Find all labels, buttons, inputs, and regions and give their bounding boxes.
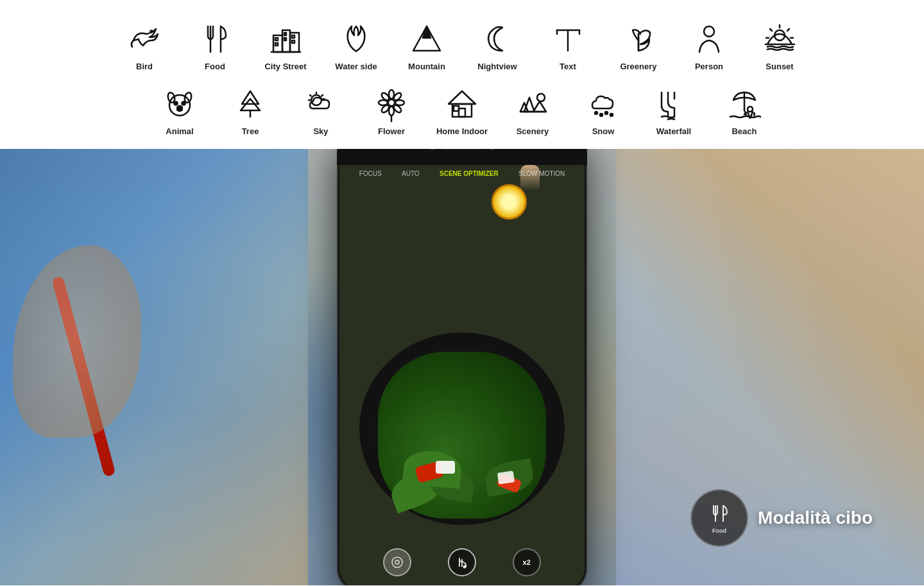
svg-rect-11 (292, 40, 295, 43)
camera-controls: x2 (339, 548, 585, 576)
food-badge-label: Food (712, 528, 726, 534)
food-scene (339, 165, 585, 585)
home-indoor-icon (443, 84, 481, 123)
svg-point-66 (392, 557, 402, 567)
svg-marker-32 (242, 91, 259, 104)
icon-item-flower: Flower (356, 78, 427, 142)
icon-item-beach: Beach (709, 78, 780, 142)
scenery-icon (513, 84, 552, 123)
svg-point-63 (610, 114, 613, 116)
nightview-icon (478, 19, 517, 58)
food-icon-circle: Food (690, 489, 748, 547)
icon-item-scenery: Scenery (497, 78, 568, 142)
icon-item-person: Person (674, 13, 744, 78)
beach-icon (725, 84, 764, 123)
svg-marker-51 (449, 91, 475, 104)
svg-rect-8 (284, 33, 286, 35)
scene-optimizer-mode[interactable]: SCENE OPTIMIZER (440, 170, 499, 177)
animal-label: Animal (166, 126, 193, 136)
svg-point-29 (174, 101, 177, 105)
shutter-button[interactable] (448, 548, 476, 576)
svg-point-61 (600, 114, 603, 116)
snow-icon (584, 84, 622, 123)
flower-label: Flower (378, 126, 405, 136)
camera-viewfinder: FOCUS AUTO SCENE OPTIMIZER SLOW MOTION (339, 165, 585, 585)
icons-section: Bird Food (0, 0, 924, 149)
food-mode-badge: Food Modalità cibo (690, 489, 873, 547)
icon-item-bird: Bird (109, 13, 180, 78)
person-icon (690, 19, 728, 58)
svg-line-37 (321, 95, 323, 96)
svg-point-67 (395, 560, 399, 564)
beach-label: Beach (732, 126, 757, 136)
waterfall-label: Waterfall (656, 126, 691, 136)
svg-rect-9 (284, 38, 286, 40)
snow-label: Snow (592, 126, 615, 136)
food-mode-text: Modalità cibo (758, 508, 873, 528)
slow-motion-mode[interactable]: SLOW MOTION (518, 170, 565, 177)
greenery-label: Greenery (620, 62, 656, 71)
svg-line-21 (787, 29, 789, 31)
scenery-label: Scenery (517, 126, 549, 136)
svg-point-58 (537, 94, 545, 101)
icon-item-greenery: Greenery (603, 13, 674, 78)
icon-item-home-indoor: Home Indoor (427, 78, 497, 142)
hand-shape (13, 245, 141, 438)
icon-item-animal: Animal (144, 78, 215, 142)
svg-line-22 (770, 29, 772, 31)
tree-icon (231, 84, 270, 123)
speaker-grille (443, 149, 481, 150)
city-street-icon (266, 19, 305, 58)
svg-point-41 (388, 99, 395, 106)
front-camera (430, 149, 435, 150)
icon-item-waterfall: Waterfall (638, 78, 709, 142)
svg-line-39 (310, 95, 311, 96)
animal-icon (160, 84, 199, 123)
phone-screen: FOCUS AUTO SCENE OPTIMIZER SLOW MOTION (339, 165, 585, 585)
icon-item-tree: Tree (215, 78, 286, 142)
auto-mode[interactable]: AUTO (402, 170, 420, 177)
food-icon (196, 19, 234, 58)
icon-row-1: Bird Food (109, 13, 815, 78)
svg-rect-54 (454, 106, 459, 111)
icon-item-text: Text (533, 13, 603, 78)
text-label: Text (560, 62, 576, 71)
food-label: Food (205, 62, 225, 71)
icon-item-sky: Sky (286, 78, 356, 142)
water-side-label: Water side (335, 62, 377, 71)
zoom-button[interactable]: x2 (513, 548, 541, 576)
city-street-label: City Street (264, 62, 306, 71)
icon-item-sunset: Sunset (744, 13, 815, 78)
icon-item-city-street: City Street (250, 13, 321, 78)
svg-point-18 (704, 26, 714, 37)
photo-section: FOCUS AUTO SCENE OPTIMIZER SLOW MOTION (0, 149, 924, 585)
phone-mockup: FOCUS AUTO SCENE OPTIMIZER SLOW MOTION (337, 149, 587, 585)
home-indoor-label: Home Indoor (436, 126, 488, 136)
phone-top-bar (337, 149, 587, 165)
svg-point-60 (595, 112, 597, 114)
icon-item-mountain: Mountain (391, 13, 462, 78)
icon-item-food: Food (180, 13, 250, 78)
mountain-icon (407, 19, 446, 58)
person-label: Person (695, 62, 723, 71)
front-sensor (489, 149, 494, 150)
svg-marker-57 (533, 101, 546, 112)
left-overlay (0, 149, 308, 585)
flower-icon (372, 84, 411, 123)
svg-rect-7 (275, 43, 278, 46)
focus-mode[interactable]: FOCUS (359, 170, 382, 177)
phone-outer: FOCUS AUTO SCENE OPTIMIZER SLOW MOTION (337, 149, 587, 585)
icon-item-water-side: Water side (321, 13, 391, 78)
water-side-icon (337, 19, 375, 58)
gallery-button[interactable] (383, 548, 411, 576)
svg-rect-10 (292, 35, 295, 38)
sky-label: Sky (313, 126, 328, 136)
bird-icon (125, 19, 164, 58)
tree-label: Tree (242, 126, 259, 136)
camera-modes: FOCUS AUTO SCENE OPTIMIZER SLOW MOTION (339, 170, 585, 177)
svg-point-62 (605, 112, 608, 114)
svg-rect-6 (275, 38, 278, 40)
icon-row-2: Animal Tree (144, 78, 780, 142)
greenery-icon (619, 19, 658, 58)
nightview-label: Nightview (477, 62, 517, 71)
